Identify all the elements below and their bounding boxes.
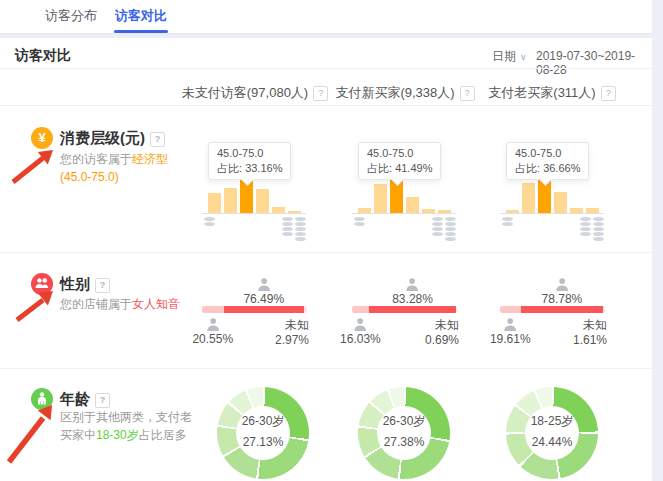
divider bbox=[0, 105, 652, 106]
male-icon bbox=[205, 318, 220, 331]
annotation-arrow bbox=[10, 146, 58, 188]
donut-center-label: 18-25岁 bbox=[494, 411, 610, 432]
coins-high-icon bbox=[432, 217, 456, 241]
male-segment bbox=[202, 306, 224, 313]
age-donut-old-buyers[interactable]: 18-25岁 24.44% bbox=[506, 387, 598, 479]
age-title: 年龄? bbox=[60, 390, 110, 409]
unknown-segment bbox=[304, 306, 307, 313]
bar-group bbox=[208, 179, 301, 213]
unknown-segment bbox=[603, 306, 605, 313]
coin-low-icon bbox=[354, 217, 365, 226]
axis-line bbox=[500, 213, 604, 214]
unknown-percent: 2.97% bbox=[275, 333, 309, 348]
female-stat: 78.78% bbox=[542, 278, 583, 306]
tooltip-share: 33.16% bbox=[245, 162, 282, 174]
female-icon bbox=[256, 278, 271, 291]
bar-segment bbox=[224, 188, 237, 213]
donut-center-label: 26-30岁 bbox=[346, 411, 462, 432]
bar-group bbox=[506, 179, 599, 213]
male-stat: 16.03% bbox=[340, 318, 381, 346]
gender-bar bbox=[500, 306, 605, 313]
age-donut-unpaid[interactable]: 26-30岁 27.13% bbox=[217, 387, 309, 479]
age-note: 区别于其他两类，支付老买家中18-30岁占比居多 bbox=[60, 408, 193, 444]
help-icon[interactable]: ? bbox=[150, 132, 165, 147]
female-percent: 76.49% bbox=[243, 292, 284, 306]
male-segment bbox=[352, 306, 369, 313]
chart-tooltip: 45.0-75.0 占比: 33.16% bbox=[208, 142, 291, 180]
bar-segment bbox=[554, 192, 567, 213]
divider bbox=[0, 368, 652, 369]
column-header-old-buyers: 支付老买家(311人)? bbox=[472, 84, 632, 102]
unknown-percent: 0.69% bbox=[425, 333, 459, 348]
unknown-stat: 未知 2.97% bbox=[275, 318, 309, 348]
unknown-stat: 未知 0.69% bbox=[425, 318, 459, 348]
date-filter-dropdown[interactable]: 日期∨ bbox=[492, 48, 527, 65]
consumption-level-title: 消费层级(元)? bbox=[60, 129, 165, 148]
male-percent: 20.55% bbox=[192, 332, 233, 346]
column-header-unpaid-visitors: 未支付访客(97,080人)? bbox=[175, 84, 335, 102]
female-percent: 78.78% bbox=[542, 292, 583, 306]
unknown-label: 未知 bbox=[573, 318, 607, 333]
help-icon[interactable]: ? bbox=[95, 278, 110, 293]
bar-segment bbox=[406, 197, 419, 213]
divider bbox=[0, 68, 652, 69]
female-segment bbox=[224, 306, 304, 313]
age-highlight: 18-30岁 bbox=[96, 428, 139, 442]
unknown-stat: 未知 1.61% bbox=[573, 318, 607, 348]
male-percent: 19.61% bbox=[490, 332, 531, 346]
chart-tooltip: 45.0-75.0 占比: 41.49% bbox=[358, 142, 441, 180]
tooltip-share: 36.66% bbox=[543, 162, 580, 174]
visitor-comparison-panel: 访客对比 日期∨ 2019-07-30~2019-08-28 未支付访客(97,… bbox=[0, 38, 652, 481]
tooltip-range: 45.0-75.0 bbox=[515, 146, 580, 161]
date-range-value[interactable]: 2019-07-30~2019-08-28 bbox=[536, 49, 652, 77]
yen-icon: ¥ bbox=[38, 130, 45, 145]
age-donut-new-buyers[interactable]: 26-30岁 27.38% bbox=[358, 387, 450, 479]
help-icon[interactable]: ? bbox=[601, 86, 616, 101]
visitor-comparison-page: 访客分布 访客对比 访客对比 日期∨ 2019-07-30~2019-08-28… bbox=[0, 0, 663, 481]
consumption-chart-old-buyers[interactable]: 45.0-75.0 占比: 36.66% bbox=[500, 142, 606, 242]
gender-note: 您的店铺属于女人知音 bbox=[60, 295, 193, 313]
consumption-chart-new-buyers[interactable]: 45.0-75.0 占比: 41.49% bbox=[352, 142, 458, 242]
chevron-down-icon: ∨ bbox=[520, 52, 527, 62]
date-filter-label: 日期 bbox=[492, 49, 516, 63]
female-segment bbox=[521, 306, 604, 313]
female-segment bbox=[369, 306, 456, 313]
axis-line bbox=[352, 213, 456, 214]
unknown-percent: 1.61% bbox=[573, 333, 607, 348]
column-header-new-buyers: 支付新买家(9,338人)? bbox=[325, 84, 485, 102]
unknown-segment bbox=[456, 306, 457, 313]
donut-center-value: 27.38% bbox=[346, 432, 462, 453]
help-icon[interactable]: ? bbox=[95, 393, 110, 408]
coins-high-icon bbox=[580, 217, 604, 241]
gender-chart-new-buyers[interactable]: 83.28% 16.03% 未知 0.69% bbox=[352, 278, 457, 350]
female-stat: 76.49% bbox=[243, 278, 284, 306]
male-segment bbox=[500, 306, 521, 313]
gender-chart-unpaid[interactable]: 76.49% 20.55% 未知 2.97% bbox=[202, 278, 307, 350]
male-icon bbox=[353, 318, 368, 331]
annotation-arrow bbox=[6, 402, 56, 466]
tooltip-share: 41.49% bbox=[395, 162, 432, 174]
tabbar: 访客分布 访客对比 bbox=[0, 0, 652, 34]
tab-visitor-distribution[interactable]: 访客分布 bbox=[45, 0, 97, 32]
gender-chart-old-buyers[interactable]: 78.78% 19.61% 未知 1.61% bbox=[500, 278, 605, 350]
consumption-chart-unpaid[interactable]: 45.0-75.0 占比: 33.16% bbox=[202, 142, 308, 242]
male-stat: 19.61% bbox=[490, 318, 531, 346]
male-icon bbox=[503, 318, 518, 331]
gender-highlight: 女人知音 bbox=[132, 297, 180, 311]
donut-center-value: 24.44% bbox=[494, 432, 610, 453]
female-stat: 83.28% bbox=[392, 278, 433, 306]
tab-visitor-comparison[interactable]: 访客对比 bbox=[115, 0, 167, 32]
chart-tooltip: 45.0-75.0 占比: 36.66% bbox=[506, 142, 589, 180]
gender-title: 性别? bbox=[60, 275, 110, 294]
panel-title: 访客对比 bbox=[15, 47, 71, 65]
female-icon bbox=[554, 278, 569, 291]
tooltip-range: 45.0-75.0 bbox=[217, 146, 282, 161]
female-percent: 83.28% bbox=[392, 292, 433, 306]
bar-group bbox=[358, 179, 451, 213]
male-stat: 20.55% bbox=[192, 318, 233, 346]
gender-bar bbox=[352, 306, 457, 313]
bar-segment bbox=[374, 184, 387, 213]
annotation-arrow bbox=[14, 288, 58, 324]
bar-segment bbox=[256, 189, 269, 213]
coins-high-icon bbox=[282, 217, 306, 241]
